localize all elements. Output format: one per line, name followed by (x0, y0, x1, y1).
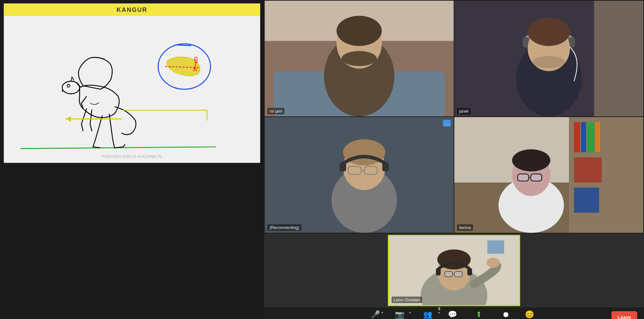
svg-line-10 (177, 45, 191, 45)
svg-point-2 (67, 85, 70, 87)
svg-rect-59 (467, 268, 472, 276)
person-silhouette-iwona (454, 117, 643, 233)
featured-video-leon: Leon Omelan (388, 235, 520, 306)
mute-caret-icon[interactable]: ▲ (381, 311, 384, 314)
person-silhouette-leon (389, 236, 519, 305)
svg-rect-19 (594, 1, 643, 116)
stop-video-caret-icon[interactable]: ▲ (409, 311, 411, 314)
record-icon: ⏺ (502, 310, 510, 319)
svg-point-17 (342, 51, 377, 66)
chat-icon: 💬 (448, 310, 457, 319)
video-cell-mijam: mi jam (265, 1, 454, 116)
svg-point-55 (487, 258, 500, 268)
svg-rect-53 (487, 241, 504, 254)
svg-rect-61 (454, 271, 462, 277)
svg-rect-42 (595, 122, 600, 152)
kangaroo-drawing (4, 16, 260, 163)
record-button[interactable]: ⏺ Record (495, 307, 516, 319)
stop-video-button[interactable]: 📷 Stop Video ▲ (386, 307, 414, 319)
toolbar: 🎤 Mute ▲ 📷 Stop Video ▲ 👥 5 Participants… (264, 307, 644, 319)
svg-rect-35 (340, 163, 346, 172)
svg-point-9 (194, 57, 197, 60)
watermark: PGM7430G 2020-10-14 KURNIK.PL (102, 154, 163, 158)
svg-point-48 (512, 149, 550, 171)
camera-icon: 📷 (395, 310, 404, 319)
mute-button[interactable]: 🎤 Mute ▲ (365, 307, 386, 319)
svg-rect-43 (574, 157, 602, 183)
svg-rect-44 (574, 188, 599, 213)
video-cell-reconnecting: ... (Reconnecting) (265, 117, 454, 233)
reactions-icon: 😊 (525, 310, 534, 319)
whiteboard-panel: KANGUR (0, 0, 264, 319)
video-cell-iwona: Iwona (454, 117, 643, 233)
whiteboard-container: KANGUR (4, 3, 260, 163)
video-label-reconnecting: (Reconnecting) (267, 224, 301, 231)
video-label-jarek: jarek (457, 108, 471, 114)
participants-button[interactable]: 👥 5 Participants ▲ (413, 307, 442, 319)
person-silhouette-reconnecting (265, 117, 454, 233)
video-grid: mi jam jare (264, 0, 644, 233)
more-options-btn[interactable]: ... (443, 120, 451, 127)
share-screen-button[interactable]: ⬆ Share Screen (463, 307, 495, 319)
svg-rect-58 (436, 268, 441, 276)
chat-button[interactable]: 💬 Chat (442, 307, 463, 319)
video-label-iwona: Iwona (457, 224, 473, 231)
svg-point-25 (533, 56, 565, 68)
person-silhouette-jarek (454, 1, 643, 116)
whiteboard-title-bar: KANGUR (4, 4, 260, 16)
featured-video-label: Leon Omelan (392, 297, 422, 303)
svg-rect-39 (574, 122, 580, 152)
svg-point-24 (528, 18, 570, 46)
svg-rect-49 (518, 174, 529, 181)
svg-point-16 (337, 16, 382, 46)
svg-rect-41 (587, 122, 594, 152)
participants-icon: 👥 (423, 310, 432, 319)
participants-caret-icon[interactable]: ▲ (438, 311, 440, 314)
person-silhouette-mijam (265, 1, 454, 116)
microphone-icon: 🎤 (371, 310, 380, 319)
leave-button[interactable]: Leave (611, 311, 637, 319)
svg-rect-50 (531, 174, 542, 181)
svg-marker-4 (66, 116, 71, 121)
video-panel: mi jam jare (264, 0, 644, 319)
svg-rect-60 (444, 271, 453, 277)
video-label-mijam: mi jam (267, 108, 284, 114)
whiteboard-title: KANGUR (117, 6, 148, 14)
svg-rect-40 (581, 122, 586, 152)
reactions-button[interactable]: 😊 Reactions (516, 307, 543, 319)
video-cell-jarek: jarek (454, 1, 643, 116)
share-screen-icon: ⬆ (476, 310, 482, 319)
featured-video-row: Leon Omelan (264, 233, 644, 307)
whiteboard-canvas: PGM7430G 2020-10-14 KURNIK.PL (4, 16, 260, 163)
svg-rect-45 (454, 117, 569, 183)
svg-rect-36 (382, 163, 389, 172)
participants-badge: 5 (438, 307, 440, 311)
